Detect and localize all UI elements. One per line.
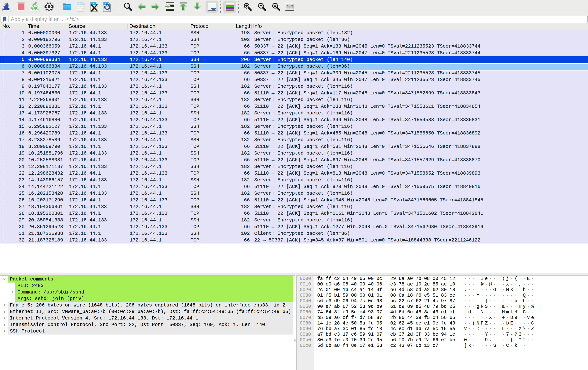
svg-text:01010: 01010 [78,5,84,8]
svg-text:01110: 01110 [78,10,84,12]
svg-text:01101: 01101 [78,7,84,10]
svg-text:01110: 01110 [104,10,110,12]
